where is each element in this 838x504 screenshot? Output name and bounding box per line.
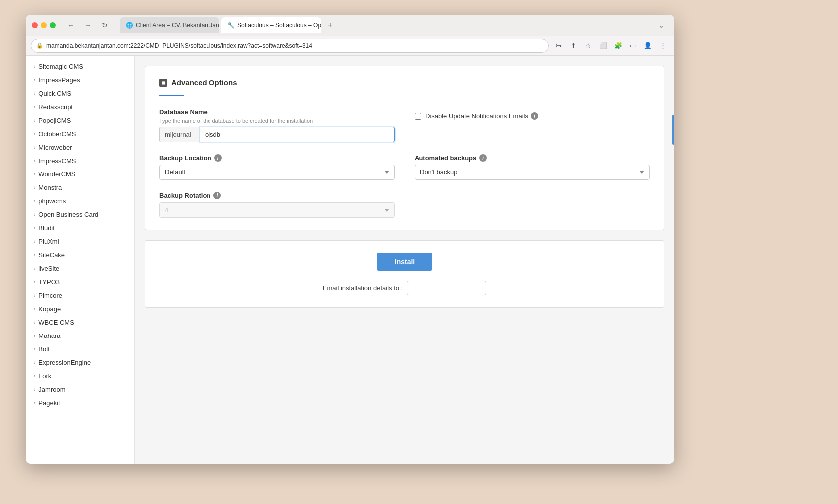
automated-backups-info-icon[interactable]: i — [479, 154, 487, 162]
sidebar-item-label: Open Business Card — [38, 211, 98, 218]
chevron-icon: › — [34, 145, 35, 150]
sidebar-item-kopage[interactable]: › Kopage — [26, 302, 134, 316]
sidebar-item-redaxscript[interactable]: › Redaxscript — [26, 100, 134, 114]
sidebar-item-label: Redaxscript — [38, 103, 73, 111]
chevron-icon: › — [34, 185, 35, 190]
tab-favicon-1: 🌐 — [126, 22, 133, 29]
share-icon-btn[interactable]: ⬆ — [567, 39, 580, 52]
sidebar-item-impresspages[interactable]: › ImpressPages — [26, 73, 134, 87]
screenshot-icon-btn[interactable]: ⬜ — [597, 39, 610, 52]
sidebar-item-phpwcms[interactable]: › phpwcms — [26, 194, 134, 208]
tab-softaculous[interactable]: 🔧 Softaculous – Softaculous – Op… ✕ — [221, 17, 321, 33]
sidebar-item-openbusinesscard[interactable]: › Open Business Card — [26, 208, 134, 221]
sidebar-item-livesite[interactable]: › liveSite — [26, 262, 134, 275]
sidebar-item-fork[interactable]: › Fork — [26, 369, 134, 383]
disable-notifications-info-icon[interactable]: i — [531, 112, 538, 120]
chevron-icon: › — [34, 293, 35, 298]
address-bar[interactable]: 🔒 mamanda.bekantanjantan.com:2222/CMD_PL… — [31, 39, 549, 53]
section-title: Advanced Options — [171, 78, 237, 87]
disable-notifications-group: Disable Update Notifications Emails i — [415, 108, 650, 142]
sidebar-item-label: WBCE CMS — [38, 319, 74, 326]
sidebar-item-impresscms[interactable]: › ImpressCMS — [26, 154, 134, 168]
traffic-lights — [32, 22, 56, 28]
browser-menu-button[interactable]: ⌄ — [654, 18, 668, 32]
sidebar-item-label: OctoberCMS — [38, 130, 76, 138]
chevron-icon: › — [34, 306, 35, 312]
reload-button[interactable]: ↻ — [98, 18, 112, 32]
sidebar-item-label: ImpressCMS — [38, 157, 76, 165]
profile-icon-btn[interactable]: 👤 — [641, 39, 654, 52]
close-traffic-light[interactable] — [32, 22, 38, 28]
database-name-label: Database Name — [159, 108, 395, 116]
new-tab-button[interactable]: + — [323, 18, 337, 32]
install-button[interactable]: Install — [377, 253, 432, 271]
sidebar-item-label: Monstra — [38, 184, 62, 191]
db-name-input[interactable] — [200, 127, 395, 142]
maximize-traffic-light[interactable] — [50, 22, 56, 28]
sidebar-item-quickcms[interactable]: › Quick.CMS — [26, 87, 134, 100]
sidebar-toggle-btn[interactable]: ▭ — [627, 39, 639, 52]
sidebar-item-octobercms[interactable]: › OctoberCMS — [26, 127, 134, 141]
tabs-bar: 🌐 Client Area – CV. Bekantan Jan… ✕ 🔧 So… — [120, 17, 650, 33]
sidebar-item-expressionengine[interactable]: › ExpressionEngine — [26, 356, 134, 369]
sidebar-item-bludit[interactable]: › Bludit — [26, 221, 134, 235]
disable-notifications-row: Disable Update Notifications Emails i — [415, 108, 650, 120]
chevron-icon: › — [34, 212, 35, 217]
key-icon-btn[interactable]: 🗝 — [552, 39, 565, 52]
chevron-icon: › — [34, 198, 35, 204]
sidebar-item-label: liveSite — [38, 265, 59, 272]
sidebar-item-mahara[interactable]: › Mahara — [26, 329, 134, 342]
backup-location-label: Backup Location i — [159, 154, 395, 162]
minimize-traffic-light[interactable] — [41, 22, 47, 28]
tab-client-area[interactable]: 🌐 Client Area – CV. Bekantan Jan… ✕ — [120, 17, 219, 33]
sidebar-item-typo3[interactable]: › TYPO3 — [26, 275, 134, 289]
database-name-hint: Type the name of the database to be crea… — [159, 118, 395, 124]
sidebar-item-pagekit[interactable]: › Pagekit — [26, 396, 134, 410]
sidebar-item-label: ImpressPages — [38, 76, 80, 84]
more-options-btn[interactable]: ⋮ — [656, 39, 669, 52]
sidebar-item-pluxmL[interactable]: › PluXml — [26, 235, 134, 248]
disable-notifications-checkbox[interactable] — [415, 113, 421, 120]
db-prefix: mijournal_ — [159, 127, 200, 142]
extensions-icon-btn[interactable]: 🧩 — [612, 39, 625, 52]
email-label: Email installation details to : — [323, 284, 403, 292]
backup-rotation-info-icon[interactable]: i — [213, 192, 221, 199]
chevron-icon: › — [34, 225, 35, 231]
back-button[interactable]: ← — [64, 18, 78, 32]
backup-location-info-icon[interactable]: i — [214, 154, 222, 162]
database-name-group: Database Name Type the name of the datab… — [159, 108, 395, 142]
sidebar-item-wondercms[interactable]: › WonderCMS — [26, 168, 134, 181]
sidebar-item-sitemagic[interactable]: › Sitemagic CMS — [26, 60, 134, 73]
chevron-icon: › — [34, 64, 35, 69]
backup-location-select[interactable]: Default Site Backup No Backup — [159, 165, 395, 180]
email-input[interactable] — [407, 281, 486, 295]
forward-button[interactable]: → — [81, 18, 95, 32]
backup-rotation-label: Backup Rotation i — [159, 192, 395, 199]
backup-rotation-select[interactable]: 4 2 6 8 — [159, 202, 395, 218]
chevron-icon: › — [34, 320, 35, 325]
chevron-icon: › — [34, 400, 35, 406]
sidebar-item-label: PopojiCMS — [38, 117, 71, 124]
sidebar-item-popojicms[interactable]: › PopojiCMS — [26, 114, 134, 127]
main-panel: ◼ Advanced Options Database Name Type th… — [135, 56, 674, 464]
chevron-icon: › — [34, 360, 35, 365]
automated-backups-select[interactable]: Don't backup Weekly Monthly — [415, 165, 650, 180]
chevron-icon: › — [34, 118, 35, 123]
sidebar-item-monstra[interactable]: › Monstra — [26, 181, 134, 194]
sidebar-item-label: Jamroom — [38, 386, 65, 393]
sidebar-item-microweber[interactable]: › Microweber — [26, 141, 134, 154]
sidebar-item-label: Mahara — [38, 332, 60, 339]
chevron-icon: › — [34, 239, 35, 244]
bookmark-icon-btn[interactable]: ☆ — [582, 39, 595, 52]
sidebar-item-sitecake[interactable]: › SiteCake — [26, 248, 134, 262]
sidebar-item-label: phpwcms — [38, 197, 66, 205]
sidebar-item-wbce[interactable]: › WBCE CMS — [26, 316, 134, 329]
sidebar-item-label: ExpressionEngine — [38, 359, 91, 366]
sidebar-item-bolt[interactable]: › Bolt — [26, 342, 134, 356]
automated-backups-group: Automated backups i Don't backup Weekly … — [415, 154, 650, 180]
sidebar-item-label: Bolt — [38, 345, 49, 353]
sidebar-item-label: Fork — [38, 372, 51, 380]
chevron-icon: › — [34, 252, 35, 258]
sidebar-item-pimcore[interactable]: › Pimcore — [26, 289, 134, 302]
sidebar-item-jamroom[interactable]: › Jamroom — [26, 383, 134, 396]
